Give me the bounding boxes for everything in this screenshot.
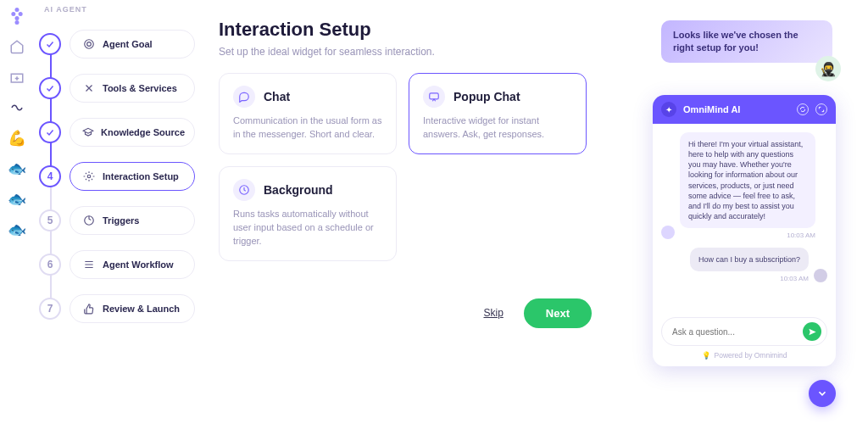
step-marker-5: 5 [39,209,61,231]
step-label: Agent Workflow [103,259,174,270]
stepper-heading: AI AGENT [44,5,200,14]
step-tools-services[interactable]: Tools & Services [70,74,195,103]
card-popup-chat[interactable]: Popup Chat Interactive widget for instan… [409,73,587,154]
step-agent-goal[interactable]: Agent Goal [70,30,195,59]
chat-widget-preview: ✦ OmniMind AI Hi there! I'm your virtual… [653,95,836,366]
chat-header: ✦ OmniMind AI [653,95,836,124]
svg-point-3 [15,16,19,20]
step-triggers[interactable]: Triggers [70,206,195,235]
tools-icon [82,81,96,95]
thumbs-up-icon [82,302,96,315]
send-button[interactable] [803,322,821,341]
assistant-avatar-icon [661,226,675,239]
step-label: Interaction Setup [103,171,179,181]
step-label: Tools & Services [103,83,177,93]
svg-point-7 [87,175,91,178]
page-subtitle: Set up the ideal widget for seamless int… [219,46,609,58]
message-time: 10:03 AM [680,231,815,239]
step-marker-6: 6 [39,254,61,276]
settings-icon [82,170,96,183]
step-marker-2 [39,77,61,99]
step-marker-7: 7 [39,298,61,320]
svg-point-6 [87,42,92,47]
left-nav-rail: 💪 🐟 🐟 🐟 [0,0,34,435]
connector-icon[interactable] [8,98,26,117]
wizard-stepper: AI AGENT Agent Goal Tools & Services [39,5,200,331]
trigger-icon [82,214,96,227]
tip-bubble: Looks like we've chosen the right setup … [661,20,832,63]
step-label: Review & Launch [103,304,180,314]
svg-point-0 [15,8,19,12]
powered-by: 💡 Powered by Omnimind [653,351,836,366]
card-title: Background [264,183,333,197]
page-title: Interaction Setup [219,19,609,41]
bulb-icon: 💡 [702,351,711,360]
fish-1-icon[interactable]: 🐟 [8,159,26,178]
step-label: Triggers [103,215,139,226]
workflow-icon [82,258,96,271]
svg-point-5 [85,40,94,49]
card-desc: Communication in the usual form as in th… [233,114,382,142]
svg-point-4 [15,20,19,25]
next-button[interactable]: Next [524,298,592,328]
popup-chat-icon [423,86,445,108]
chat-input[interactable] [672,327,798,337]
bot-avatar-icon: ✦ [661,102,676,117]
svg-point-2 [19,12,23,16]
card-title: Chat [264,90,290,103]
card-title: Popup Chat [453,90,520,103]
card-background[interactable]: Background Runs tasks automatically with… [219,166,397,261]
assistant-message: Hi there! I'm your virtual assistant, he… [680,132,815,228]
new-project-icon[interactable] [8,68,26,86]
background-icon [233,179,255,201]
home-icon[interactable] [8,37,26,56]
fish-3-icon[interactable]: 🐟 [8,220,26,239]
step-marker-4: 4 [39,165,61,187]
user-message: How can I buy a subscription? [690,248,809,271]
user-avatar-icon [814,269,827,282]
main-panel: Interaction Setup Set up the ideal widge… [219,19,609,328]
card-desc: Interactive widget for instant answers. … [423,114,572,142]
fish-2-icon[interactable]: 🐟 [8,190,26,209]
muscle-icon[interactable]: 💪 [8,129,26,148]
step-marker-3 [39,121,61,143]
step-agent-workflow[interactable]: Agent Workflow [70,250,195,279]
step-marker-1 [39,33,61,55]
svg-point-1 [11,12,15,16]
ninja-avatar-icon: 🥷 [815,56,841,81]
card-desc: Runs tasks automatically without user in… [233,208,382,248]
graduation-icon [82,125,94,139]
chat-bubble-icon [233,86,255,108]
refresh-icon[interactable] [797,103,809,115]
expand-icon[interactable] [815,103,827,115]
svg-rect-9 [430,93,439,99]
chat-title: OmniMind AI [683,104,740,114]
chat-input-wrap [661,317,827,346]
step-review-launch[interactable]: Review & Launch [70,294,195,323]
card-chat[interactable]: Chat Communication in the usual form as … [219,73,397,154]
chat-fab[interactable] [809,380,836,407]
step-label: Knowledge Source [101,127,185,137]
message-time: 10:03 AM [690,275,809,282]
step-interaction-setup[interactable]: Interaction Setup [70,162,195,191]
target-icon [82,37,96,51]
step-label: Agent Goal [103,39,153,49]
skip-link[interactable]: Skip [483,307,503,319]
step-knowledge-source[interactable]: Knowledge Source [70,118,195,147]
brand-logo-icon[interactable] [8,7,26,25]
